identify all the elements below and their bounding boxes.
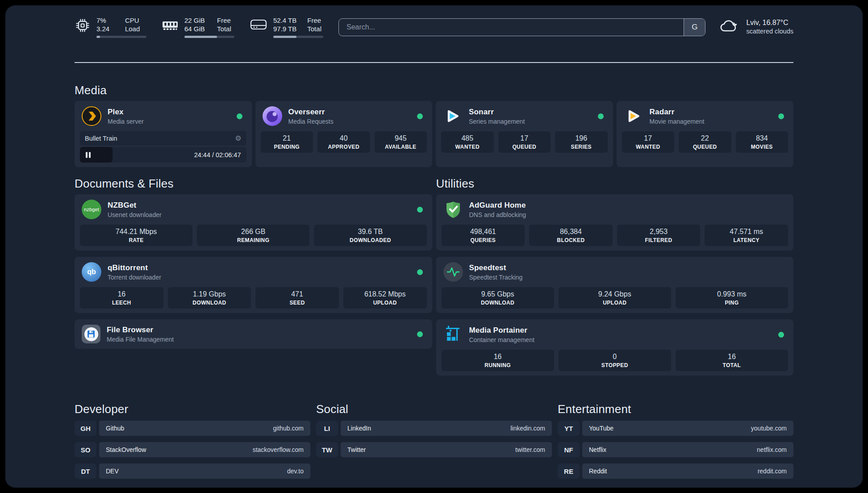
plex-icon (82, 106, 101, 126)
stat-tile-wanted: 485 WANTED (441, 131, 494, 153)
app-name: qBittorrent (108, 263, 161, 272)
storage-free-value: 52.4 TB (273, 16, 298, 25)
app-card-adguard[interactable]: AdGuard Home DNS and adblocking 498,461 … (436, 194, 794, 251)
search-input[interactable] (339, 19, 684, 36)
link-name: LinkedIn (347, 425, 371, 432)
app-card-filebrowser[interactable]: File Browser Media File Management (75, 319, 432, 349)
app-card-radarr[interactable]: Radarr Movie management 17 WANTED 22 QUE… (617, 101, 794, 167)
search-engine-button[interactable]: G (684, 19, 705, 36)
link-host: netflix.com (757, 446, 787, 453)
link-name: YouTube (589, 425, 613, 432)
link-linkedin[interactable]: LI LinkedIn linkedin.com (316, 421, 552, 436)
status-dot (598, 113, 604, 119)
disk-icon (250, 17, 267, 33)
stat-tile-upload: 9.24 Gbps UPLOAD (559, 287, 671, 309)
storage-free-label: Free (307, 16, 323, 25)
storage-progress-fill (273, 36, 296, 38)
app-card-nzbget[interactable]: nzbget NZBGet Usenet downloader 744.21 M… (75, 194, 432, 251)
link-abbr: GH (75, 421, 96, 436)
stat-tile-blocked: 86,384 BLOCKED (529, 225, 613, 246)
app-card-sonarr[interactable]: Sonarr Series management 485 WANTED 17 Q… (436, 101, 613, 167)
header-divider (75, 62, 793, 63)
storage-total-value: 97.9 TB (273, 25, 298, 33)
link-name: Twitter (347, 446, 366, 453)
memory-progress-bar (184, 36, 234, 38)
section-title-utilities: Utilities (436, 177, 794, 191)
stat-tile-queries: 498,461 QUERIES (442, 225, 525, 246)
pause-icon[interactable] (86, 152, 91, 158)
link-name: StackOverflow (106, 446, 146, 453)
portainer-icon (443, 325, 463, 344)
playback-progress-fill (80, 147, 113, 163)
app-name: File Browser (107, 326, 174, 334)
status-dot (778, 332, 784, 338)
filebrowser-icon (82, 325, 100, 343)
app-card-speedtest[interactable]: Speedtest Speedtest Tracking 9.65 Gbps D… (436, 257, 794, 313)
link-abbr: NF (558, 442, 580, 457)
header: 7% 3.24 CPU Load (75, 16, 793, 38)
app-card-portainer[interactable]: Media Portainer Container management 16 … (436, 319, 794, 376)
memory-stat: 22 GiB 64 GiB Free Total (162, 16, 234, 38)
link-github[interactable]: GH Github github.com (75, 421, 310, 436)
cpu-progress-fill (96, 36, 100, 38)
cpu-usage-value: 7% (96, 16, 116, 25)
media-grid: Plex Media server Bullet Train ⚙ 24:44 /… (75, 101, 793, 167)
stat-tile-stopped: 0 STOPPED (559, 350, 671, 371)
link-abbr: TW (316, 442, 338, 457)
stat-tile-series: 196 SERIES (555, 131, 608, 153)
gear-icon[interactable]: ⚙ (235, 134, 241, 142)
link-abbr: YT (558, 421, 580, 436)
app-name: Speedtest (469, 263, 523, 272)
app-name: Plex (108, 108, 144, 117)
system-stats: 7% 3.24 CPU Load (75, 16, 323, 38)
stat-tile-download: 1.19 Gbps DOWNLOAD (168, 287, 251, 309)
cpu-usage-label: CPU (125, 16, 146, 25)
link-dev[interactable]: DT DEV dev.to (75, 464, 310, 479)
link-twitter[interactable]: TW Twitter twitter.com (316, 442, 552, 457)
section-title-documents: Documents & Files (75, 177, 432, 191)
link-name: DEV (106, 468, 119, 475)
app-desc: Usenet downloader (108, 211, 162, 218)
stat-tile-download: 9.65 Gbps DOWNLOAD (442, 287, 554, 309)
link-reddit[interactable]: RE Reddit reddit.com (558, 464, 793, 479)
plex-now-playing: Bullet Train ⚙ 24:44 / 02:06:47 (80, 131, 246, 163)
status-dot (417, 269, 423, 275)
memory-free-label: Free (217, 16, 234, 25)
app-desc: Movie management (650, 118, 705, 125)
stat-tile-rate: 744.21 Mbps RATE (80, 225, 192, 246)
app-card-overseerr[interactable]: Overseerr Media Requests 21 PENDING 40 A… (255, 101, 433, 167)
app-desc: Media File Management (107, 336, 174, 343)
status-dot (417, 207, 423, 213)
stat-tile-movies: 834 MOVIES (736, 131, 789, 153)
app-name: NZBGet (108, 201, 162, 210)
section-title-media: Media (75, 84, 793, 97)
status-dot (417, 331, 423, 337)
link-youtube[interactable]: YT YouTube youtube.com (558, 421, 793, 436)
cpu-stat: 7% 3.24 CPU Load (75, 16, 146, 38)
status-dot (417, 113, 423, 119)
stat-tile-running: 16 RUNNING (442, 350, 554, 371)
dashboard-page: 7% 3.24 CPU Load (5, 5, 863, 488)
stat-tile-approved: 40 APPROVED (317, 131, 370, 153)
playback-time: 24:44 / 02:06:47 (194, 151, 241, 159)
link-host: twitter.com (515, 446, 545, 453)
app-desc: Media Requests (288, 118, 334, 125)
link-host: stackoverflow.com (253, 446, 304, 453)
nzbget-logo-text: nzbget (84, 207, 99, 212)
link-abbr: LI (316, 421, 338, 436)
app-card-qbittorrent[interactable]: qb qBittorrent Torrent downloader 16 (75, 257, 432, 313)
playback-progress-bar[interactable]: 24:44 / 02:06:47 (80, 147, 246, 163)
link-stackoverflow[interactable]: SO StackOverflow stackoverflow.com (75, 442, 310, 457)
memory-free-value: 22 GiB (184, 16, 208, 25)
memory-total-label: Total (217, 25, 234, 33)
app-desc: Media server (108, 118, 144, 125)
memory-progress-fill (184, 36, 217, 38)
app-card-plex[interactable]: Plex Media server Bullet Train ⚙ 24:44 /… (75, 101, 252, 167)
weather-location-temp: Lviv, 16.87°C (746, 18, 793, 27)
sonarr-icon (443, 106, 463, 126)
link-netflix[interactable]: NF Netflix netflix.com (558, 442, 793, 457)
link-host: linkedin.com (510, 425, 545, 432)
app-name: AdGuard Home (469, 201, 526, 210)
memory-total-value: 64 GiB (184, 25, 208, 33)
link-name: Reddit (589, 468, 607, 475)
